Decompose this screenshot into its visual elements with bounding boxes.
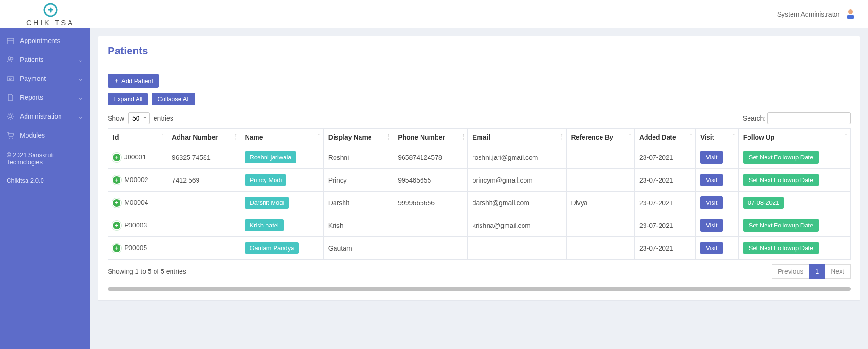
collapse-all-button[interactable]: Collapse All xyxy=(152,93,195,105)
sidebar-item-modules[interactable]: Modules xyxy=(0,126,90,145)
patients-panel: Patients ＋ Add Patient Expand All Collap… xyxy=(98,36,860,301)
set-followup-button[interactable]: Set Next Followup Date xyxy=(743,151,819,164)
patient-name-link[interactable]: Princy Modi xyxy=(245,174,286,186)
sidebar-item-appointments[interactable]: Appointments xyxy=(0,31,90,50)
expand-row-icon[interactable]: + xyxy=(113,244,120,252)
col-follow-up[interactable]: Follow Up↑↓ xyxy=(738,129,850,146)
cell-phone: 995465655 xyxy=(393,169,468,192)
file-icon xyxy=(7,94,14,101)
pager-prev-button[interactable]: Previous xyxy=(772,264,809,279)
expand-row-icon[interactable]: + xyxy=(113,222,120,229)
expand-all-button[interactable]: Expand All xyxy=(108,93,148,105)
cell-phone: 9999665656 xyxy=(393,192,468,214)
col-label: Adhar Number xyxy=(172,133,218,141)
page-size-select[interactable]: 50 xyxy=(128,112,150,124)
add-patient-button[interactable]: ＋ Add Patient xyxy=(108,74,159,88)
patient-name-link[interactable]: Gautam Pandya xyxy=(245,242,299,254)
cell-phone xyxy=(393,214,468,237)
visit-button[interactable]: Visit xyxy=(700,219,723,232)
col-label: Display Name xyxy=(328,133,372,141)
plus-icon: ＋ xyxy=(113,77,120,85)
set-followup-button[interactable]: Set Next Followup Date xyxy=(743,219,819,232)
pager-page-1-button[interactable]: 1 xyxy=(809,264,825,279)
users-icon xyxy=(7,56,14,63)
col-display-name[interactable]: Display Name↑↓ xyxy=(323,129,393,146)
patient-name-link[interactable]: Roshni jariwala xyxy=(245,151,296,163)
cell-id: M00004 xyxy=(124,199,148,206)
cell-email: krishna@gmail.com xyxy=(467,214,566,237)
patients-table: Id↑↓Adhar Number↑↓Name↑↓Display Name↑↓Ph… xyxy=(108,128,851,260)
table-row: +J0000196325 74581Roshni jariwalaRoshni9… xyxy=(108,146,851,169)
horizontal-scrollbar[interactable] xyxy=(108,287,851,291)
sidebar-item-label: Administration xyxy=(20,113,72,120)
col-email[interactable]: Email↑↓ xyxy=(467,129,566,146)
svg-rect-3 xyxy=(7,38,14,44)
patient-name-link[interactable]: Krish patel xyxy=(245,219,283,231)
col-added-date[interactable]: Added Date↑↓ xyxy=(634,129,695,146)
expand-row-icon[interactable]: + xyxy=(113,199,120,207)
col-adhar-number[interactable]: Adhar Number↑↓ xyxy=(167,129,240,146)
sort-icon: ↑↓ xyxy=(162,133,164,141)
col-name[interactable]: Name↑↓ xyxy=(240,129,323,146)
col-visit[interactable]: Visit↑↓ xyxy=(696,129,739,146)
cell-reference: Divya xyxy=(566,192,634,214)
logo-icon xyxy=(43,2,58,17)
col-phone-number[interactable]: Phone Number↑↓ xyxy=(393,129,468,146)
cell-reference xyxy=(566,214,634,237)
cell-id: M00002 xyxy=(124,176,148,183)
sidebar-item-patients[interactable]: Patients⌄ xyxy=(0,50,90,69)
col-id[interactable]: Id↑↓ xyxy=(108,129,167,146)
sidebar-item-administration[interactable]: Administration⌄ xyxy=(0,107,90,126)
cell-email: princym@gmail.com xyxy=(467,169,566,192)
col-label: Name xyxy=(245,133,263,141)
col-label: Reference By xyxy=(571,133,614,141)
pager-next-button[interactable]: Next xyxy=(825,264,851,279)
cell-added-date: 23-07-2021 xyxy=(634,214,695,237)
set-followup-button[interactable]: Set Next Followup Date xyxy=(743,242,819,254)
brand[interactable]: CHIKITSA xyxy=(11,2,74,26)
sidebar-item-label: Modules xyxy=(20,131,84,139)
svg-point-6 xyxy=(11,58,13,60)
table-row: +M000027412 569Princy ModiPrincy99546565… xyxy=(108,169,851,192)
chevron-down-icon: ⌄ xyxy=(78,113,84,120)
expand-row-icon[interactable]: + xyxy=(113,176,120,184)
expand-row-icon[interactable]: + xyxy=(113,154,120,161)
svg-point-10 xyxy=(9,138,10,139)
patient-name-link[interactable]: Darshit Modi xyxy=(245,197,289,209)
col-reference-by[interactable]: Reference By↑↓ xyxy=(566,129,634,146)
set-followup-button[interactable]: Set Next Followup Date xyxy=(743,174,819,186)
visit-button[interactable]: Visit xyxy=(700,196,723,209)
visit-button[interactable]: Visit xyxy=(700,174,723,186)
search-input[interactable] xyxy=(767,112,851,124)
topbar: CHIKITSA System Administrator xyxy=(0,0,868,28)
sort-icon: ↑↓ xyxy=(561,133,563,141)
add-patient-label: Add Patient xyxy=(121,78,153,85)
cell-added-date: 23-07-2021 xyxy=(634,237,695,260)
user-menu[interactable]: System Administrator xyxy=(777,8,857,20)
cell-reference xyxy=(566,237,634,260)
cell-phone: 965874124578 xyxy=(393,146,468,169)
followup-date-badge[interactable]: 07-08-2021 xyxy=(743,197,784,209)
sort-icon: ↑↓ xyxy=(318,133,320,141)
col-label: Email xyxy=(473,133,490,141)
visit-button[interactable]: Visit xyxy=(700,242,723,254)
chevron-down-icon: ⌄ xyxy=(78,56,84,63)
svg-rect-7 xyxy=(7,77,14,81)
length-control: Show 50 entries xyxy=(108,112,173,124)
svg-point-1 xyxy=(848,9,853,14)
cell-adhar: 96325 74581 xyxy=(167,146,240,169)
col-label: Follow Up xyxy=(743,133,775,141)
cell-id: P00003 xyxy=(124,221,147,229)
col-label: Added Date xyxy=(639,133,676,141)
gear-icon xyxy=(7,113,14,120)
visit-button[interactable]: Visit xyxy=(700,151,723,164)
sidebar-item-label: Patients xyxy=(20,56,72,63)
sidebar-item-reports[interactable]: Reports⌄ xyxy=(0,88,90,107)
cell-adhar xyxy=(167,237,240,260)
col-label: Id xyxy=(113,133,119,141)
svg-point-11 xyxy=(12,138,13,139)
cell-adhar xyxy=(167,214,240,237)
sidebar-item-payment[interactable]: Payment⌄ xyxy=(0,69,90,88)
sidebar-item-label: Reports xyxy=(20,94,72,101)
col-label: Phone Number xyxy=(398,133,445,141)
